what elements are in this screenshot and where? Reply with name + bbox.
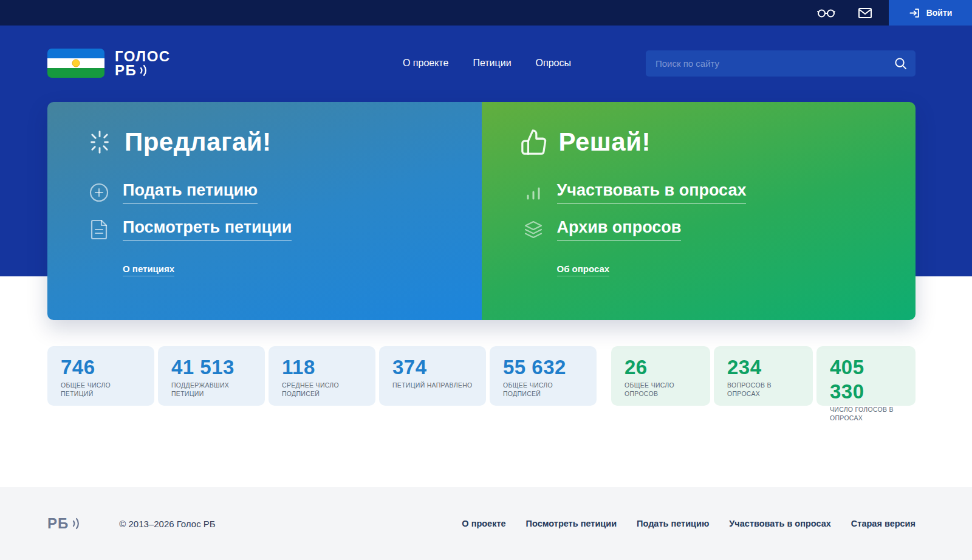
- hero-panel-petitions: Предлагай! Подать петицию Посмотреть пет…: [47, 102, 482, 320]
- stat-label: ПЕТИЦИЙ НАПРАВЛЕНО: [392, 381, 474, 390]
- stat-petition-supporters: 41 513 ПОДДЕРЖАВШИХ ПЕТИЦИИ: [158, 346, 265, 406]
- footer-link-old-version[interactable]: Старая версия: [851, 519, 916, 528]
- plus-circle-icon: [85, 182, 113, 203]
- bashkortostan-flag-icon: [47, 49, 104, 78]
- stat-petitions-sent: 374 ПЕТИЦИЙ НАПРАВЛЕНО: [379, 346, 486, 406]
- footer-nav: О проекте Посмотреть петиции Подать пети…: [462, 519, 916, 528]
- stat-value: 118: [282, 355, 363, 380]
- stat-label: ПОДДЕРЖАВШИХ ПЕТИЦИИ: [171, 381, 253, 398]
- footer-link-about[interactable]: О проекте: [462, 519, 505, 528]
- main-nav: О проекте Петиции Опросы: [403, 58, 571, 69]
- footer-logo-text: РБ: [47, 515, 69, 532]
- stat-poll-votes: 405 330 ЧИСЛО ГОЛОСОВ В ОПРОСАХ: [816, 346, 916, 406]
- login-icon: [909, 7, 920, 19]
- stat-label: ОБЩЕЕ ЧИСЛО ПОДПИСЕЙ: [503, 381, 584, 398]
- about-polls-link[interactable]: Об опросах: [557, 264, 610, 276]
- stat-label: ВОПРОСОВ В ОПРОСАХ: [727, 381, 801, 398]
- search-input[interactable]: [655, 58, 894, 69]
- sound-wave-icon: [139, 64, 149, 77]
- participate-polls-link[interactable]: Участвовать в опросах: [557, 181, 747, 204]
- hero-panel-polls: Решай! Участвовать в опросах Архив опрос…: [482, 102, 916, 320]
- logo-line2: РБ: [115, 63, 137, 77]
- logo-text: ГОЛОС РБ: [115, 49, 171, 77]
- site-logo[interactable]: ГОЛОС РБ: [47, 49, 171, 78]
- mail-icon[interactable]: [858, 8, 872, 18]
- stat-value: 26: [625, 355, 698, 380]
- stat-total-signatures: 55 632 ОБЩЕЕ ЧИСЛО ПОДПИСЕЙ: [490, 346, 597, 406]
- stat-label: ОБЩЕЕ ЧИСЛО ПЕТИЦИЙ: [61, 381, 142, 398]
- footer-link-view-petitions[interactable]: Посмотреть петиции: [526, 519, 617, 528]
- nav-item-polls[interactable]: Опросы: [536, 58, 571, 69]
- stat-label: ОБЩЕЕ ЧИСЛО ОПРОСОВ: [625, 381, 698, 398]
- glasses-icon[interactable]: [817, 8, 835, 18]
- stat-value: 55 632: [503, 355, 584, 380]
- about-petitions-link[interactable]: О петициях: [123, 264, 174, 276]
- polls-archive-link[interactable]: Архив опросов: [557, 218, 682, 241]
- login-button-label: Войти: [926, 8, 953, 18]
- hero-title-polls: Решай!: [559, 128, 651, 157]
- stat-poll-questions: 234 ВОПРОСОВ В ОПРОСАХ: [714, 346, 813, 406]
- stat-label: ЧИСЛО ГОЛОСОВ В ОПРОСАХ: [830, 406, 903, 423]
- footer: РБ © 2013–2026 Голос РБ О проекте Посмот…: [0, 487, 972, 560]
- kurai-flower-icon: [72, 60, 80, 67]
- document-icon: [85, 219, 113, 240]
- copyright-text: © 2013–2026 Голос РБ: [119, 519, 215, 529]
- stats-row: 746 ОБЩЕЕ ЧИСЛО ПЕТИЦИЙ 41 513 ПОДДЕРЖАВ…: [47, 346, 925, 406]
- stat-value: 234: [727, 355, 801, 380]
- topbar: Войти: [0, 0, 972, 26]
- hero-title-petitions: Предлагай!: [125, 128, 272, 157]
- view-petitions-link[interactable]: Посмотреть петиции: [123, 218, 292, 241]
- stat-value: 41 513: [171, 355, 253, 380]
- nav-item-about[interactable]: О проекте: [403, 58, 448, 69]
- sound-wave-icon: [72, 517, 81, 530]
- burst-icon: [85, 128, 114, 156]
- stat-average-signatures: 118 СРЕДНЕЕ ЧИСЛО ПОДПИСЕЙ: [269, 346, 375, 406]
- stat-total-petitions: 746 ОБЩЕЕ ЧИСЛО ПЕТИЦИЙ: [47, 346, 154, 406]
- submit-petition-link[interactable]: Подать петицию: [123, 181, 258, 204]
- hero-banner: Предлагай! Подать петицию Посмотреть пет…: [47, 102, 916, 320]
- footer-link-participate-polls[interactable]: Участвовать в опросах: [729, 519, 831, 528]
- nav-item-petitions[interactable]: Петиции: [473, 58, 511, 69]
- login-button[interactable]: Войти: [889, 0, 972, 26]
- stat-value: 405 330: [830, 355, 903, 404]
- stat-value: 746: [61, 355, 142, 380]
- layers-icon: [519, 219, 547, 240]
- stat-total-polls: 26 ОБЩЕЕ ЧИСЛО ОПРОСОВ: [611, 346, 710, 406]
- search-icon[interactable]: [894, 57, 907, 70]
- bar-chart-icon: [519, 183, 547, 202]
- stat-label: СРЕДНЕЕ ЧИСЛО ПОДПИСЕЙ: [282, 381, 363, 398]
- footer-logo[interactable]: РБ: [47, 515, 81, 532]
- logo-line1: ГОЛОС: [115, 49, 171, 63]
- footer-link-submit-petition[interactable]: Подать петицию: [637, 519, 709, 528]
- thumbs-up-icon: [519, 128, 549, 156]
- stat-value: 374: [392, 355, 474, 380]
- site-search: [646, 50, 916, 77]
- header-row: ГОЛОС РБ О проекте Петиции Опросы: [0, 26, 972, 78]
